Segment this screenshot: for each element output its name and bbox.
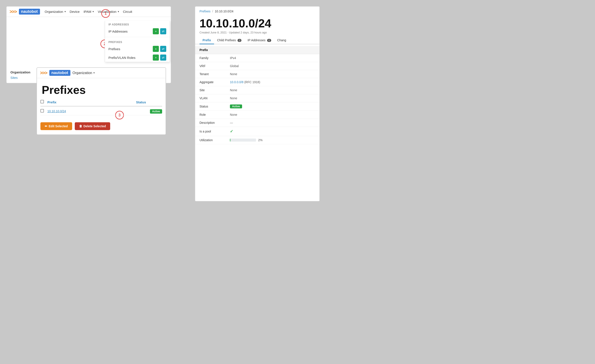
dropdown-row-prefix-vlan-roles[interactable]: Prefix/VLAN Roles + ⇄: [105, 53, 170, 62]
prefixes-add-icon[interactable]: +: [153, 46, 159, 52]
aggregate-rfc: (RFC 1918): [244, 80, 260, 84]
prefixes-table-area: 3 Prefix Status 10.10.10.0/24 Active: [37, 100, 166, 120]
active-badge: Active: [150, 109, 162, 114]
field-is-a-pool: Is a pool: [195, 127, 226, 136]
value-tenant: None: [226, 70, 319, 78]
nav-item-device[interactable]: Device: [70, 10, 80, 14]
field-aggregate: Aggregate: [195, 78, 226, 86]
field-description: Description: [195, 119, 226, 127]
prefix-vlan-roles-link[interactable]: Prefix/VLAN Roles: [108, 56, 135, 60]
logo-text-2: nautobot: [49, 70, 71, 76]
detail-row-utilization: Utilization 2%: [195, 136, 319, 144]
utilization-percent: 2%: [258, 138, 262, 142]
detail-row-family: Family IPv4: [195, 54, 319, 62]
prefixes-sync-icon[interactable]: ⇄: [160, 46, 166, 52]
detail-row-description: Description —: [195, 119, 319, 127]
nav-org-2[interactable]: Organization: [73, 71, 95, 75]
table-header: Prefix Status: [40, 100, 162, 106]
value-site: None: [226, 86, 319, 94]
ip-addresses-icons: + ⇄: [153, 28, 166, 34]
dropdown-row-ip-addresses[interactable]: IP Addresses + ⇄: [105, 27, 170, 36]
tab-changelog-label: Chang: [277, 38, 286, 42]
ip-addresses-sync-icon[interactable]: ⇄: [160, 28, 166, 34]
ipam-dropdown: IP Addresses IP Addresses + ⇄ Prefixes P…: [105, 21, 170, 62]
detail-row-role: Role None: [195, 111, 319, 119]
tab-changelog[interactable]: Chang: [274, 37, 289, 44]
navbar-1: >>> nautobot Organization Device IPAM Vi…: [7, 7, 171, 17]
dropdown-row-prefixes[interactable]: Prefixes + ⇄: [105, 44, 170, 53]
pool-checkmark-icon: ✓: [230, 129, 233, 133]
panel-2: >>> nautobot Organization Prefixes 3 Pre…: [36, 67, 166, 135]
field-role: Role: [195, 111, 226, 119]
prefixes-link[interactable]: Prefixes: [108, 47, 120, 51]
delete-selected-button[interactable]: 🗑 Delete Selected: [75, 122, 110, 130]
tab-prefix-label: Prefix: [203, 38, 211, 42]
tab-child-prefixes-label: Child Prefixes: [217, 38, 236, 42]
utilization-bar: 2%: [230, 138, 315, 142]
field-status: Status: [195, 102, 226, 111]
row-checkbox[interactable]: [40, 109, 44, 112]
edit-selected-button[interactable]: ✏ Edit Selected: [40, 122, 72, 130]
tab-prefix[interactable]: Prefix: [199, 37, 214, 44]
detail-row-site: Site None: [195, 86, 319, 94]
table-row: 10.10.10.0/24 Active: [40, 107, 162, 115]
detail-meta: Created June 8, 2021 · Updated 2 days, 2…: [195, 31, 319, 37]
value-family: IPv4: [226, 54, 319, 62]
nav-item-ipam[interactable]: IPAM: [84, 10, 94, 14]
detail-table: Prefix Family IPv4 VRF Global Tenant Non…: [195, 46, 319, 144]
ip-addresses-add-icon[interactable]: +: [153, 28, 159, 34]
logo-arrows-2-icon: >>>: [40, 70, 47, 76]
value-description: —: [226, 119, 319, 127]
edit-icon: ✏: [45, 125, 47, 128]
tab-ip-addresses-label: IP Addresses: [248, 38, 265, 42]
breadcrumb-separator: /: [212, 10, 213, 13]
detail-row-status: Status Active: [195, 102, 319, 111]
status-badge: Active: [150, 109, 162, 113]
col-header-prefix: Prefix: [47, 100, 136, 104]
prefix-vlan-roles-icons: + ⇄: [153, 55, 166, 61]
prefixes-page-title: Prefixes: [37, 78, 166, 100]
row-checkbox-wrapper: [40, 109, 47, 113]
nav-item-organization[interactable]: Organization: [45, 10, 66, 14]
nav-item-circuits[interactable]: Circuit: [123, 10, 132, 14]
breadcrumb-prefixes-link[interactable]: Prefixes: [199, 10, 211, 13]
status-active-badge: Active: [230, 105, 242, 108]
tab-child-prefixes-badge: 0: [238, 39, 241, 42]
ip-addresses-link[interactable]: IP Addresses: [108, 29, 128, 33]
navbar-2: >>> nautobot Organization: [37, 68, 166, 78]
field-family: Family: [195, 54, 226, 62]
prefixes-icons: + ⇄: [153, 46, 166, 52]
dropdown-divider: [105, 37, 170, 37]
breadcrumb: Prefixes / 10.10.10.0/24: [195, 7, 319, 15]
tab-child-prefixes[interactable]: Child Prefixes 0: [214, 37, 244, 44]
aggregate-link[interactable]: 10.0.0.0/8: [230, 80, 243, 84]
detail-tabs: Prefix Child Prefixes 0 IP Addresses 6 C…: [195, 37, 319, 44]
detail-table-heading: Prefix: [195, 46, 319, 54]
panel-3: Prefixes / 10.10.10.0/24 10.10.10.0/24 C…: [195, 6, 320, 202]
table-header-check: [40, 100, 47, 104]
nav-bar: Organization Device IPAM Virtualization …: [45, 10, 132, 14]
field-utilization: Utilization: [195, 136, 226, 144]
header-checkbox[interactable]: [40, 100, 44, 103]
utilization-bar-background: [230, 139, 256, 142]
detail-row-aggregate: Aggregate 10.0.0.0/8 (RFC 1918): [195, 78, 319, 86]
logo-text: nautobot: [19, 9, 40, 14]
value-utilization: 2%: [226, 136, 319, 144]
detail-row-tenant: Tenant None: [195, 70, 319, 78]
dropdown-section-ip-addresses-label: IP Addresses: [105, 21, 170, 27]
col-header-status: Status: [136, 100, 162, 104]
prefix-vlan-roles-sync-icon[interactable]: ⇄: [160, 55, 166, 61]
logo-arrows-icon: >>>: [10, 9, 17, 14]
value-status: Active: [226, 102, 319, 111]
utilization-bar-fill: [230, 139, 230, 142]
prefix-vlan-roles-add-icon[interactable]: +: [153, 55, 159, 61]
field-vlan: VLAN: [195, 94, 226, 102]
tab-ip-addresses[interactable]: IP Addresses 6: [244, 37, 274, 44]
detail-row-is-a-pool: Is a pool ✓: [195, 127, 319, 136]
value-vrf: Global: [226, 62, 319, 70]
dropdown-section-prefixes-label: Prefixes: [105, 38, 170, 44]
prefix-link[interactable]: 10.10.10.0/24: [47, 109, 150, 113]
value-vlan: None: [226, 94, 319, 102]
trash-icon: 🗑: [79, 125, 82, 128]
action-buttons: ✏ Edit Selected 🗑 Delete Selected: [37, 120, 166, 130]
